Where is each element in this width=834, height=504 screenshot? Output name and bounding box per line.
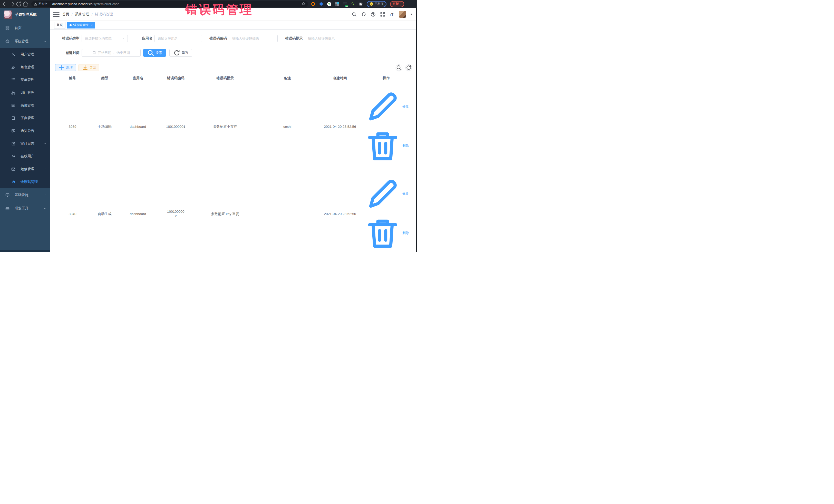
user-icon (11, 52, 15, 57)
refresh-button[interactable] (405, 64, 412, 71)
edit-link[interactable]: 修改 (364, 175, 409, 213)
sidebar-item-users[interactable]: 用户管理 (0, 48, 50, 61)
profile-paused-chip[interactable]: 已暂停 (367, 1, 387, 7)
sidebar-item-infrastructure[interactable]: 基础设施 (0, 188, 50, 202)
delete-link[interactable]: 删除 (364, 127, 409, 165)
security-label: 不安全 (39, 2, 47, 6)
reload-icon[interactable] (15, 1, 22, 7)
sidebar-item-roles[interactable]: 角色管理 (0, 61, 50, 74)
svg-text:T: T (391, 13, 393, 17)
browser-update-button[interactable]: 更新 (390, 1, 404, 7)
start-date-placeholder: 开始日期 (98, 50, 111, 55)
filter-row-1: 错误码类型 请选择错误码类型 应用名 错误码编码 错误码提示 (55, 35, 412, 42)
help-icon[interactable] (371, 12, 376, 17)
not-secure-warning-icon (34, 3, 37, 6)
tag-error-codes[interactable]: 错误码管理 × (67, 22, 95, 28)
screen: 不安全 dashboard.yudao.iocoder.cn/system/er… (0, 0, 417, 252)
chevron-down-icon (43, 194, 46, 197)
url-path: /system/error-code (93, 2, 119, 6)
end-date-placeholder: 结束日期 (116, 50, 130, 55)
sidebar-item-system[interactable]: 系统管理 (0, 35, 50, 48)
sidebar-item-online-users[interactable]: 在线用户 (0, 150, 50, 163)
home-icon[interactable] (22, 1, 29, 7)
sidebar-item-departments[interactable]: 部门管理 (0, 86, 50, 99)
filter-row-2: 创建时间 开始日期 - 结束日期 搜索 重置 (55, 49, 412, 57)
face-avatar-icon (370, 2, 373, 6)
breadcrumb-home[interactable]: 首页 (62, 12, 69, 17)
gem-extension-icon[interactable] (319, 2, 323, 6)
tags-bar: 首页 错误码管理 × (50, 21, 417, 29)
date-range-picker[interactable]: 开始日期 - 结束日期 (82, 49, 140, 57)
error-code-table: 编号 类型 应用名 错误码编码 错误码提示 备注 创建时间 操作 3939手动编 (55, 74, 412, 252)
table-header-row: 编号 类型 应用名 错误码编码 错误码提示 备注 创建时间 操作 (55, 74, 412, 83)
tree-table-icon (11, 78, 15, 82)
bookmark-star-icon[interactable] (302, 2, 305, 6)
sidebar-item-sms[interactable]: 短信管理 (0, 163, 50, 176)
edit-link[interactable]: 修改 (364, 88, 409, 126)
chevron-up-icon (43, 40, 46, 43)
github-icon[interactable] (361, 12, 366, 17)
id-badge-icon (11, 104, 15, 108)
puzzle-extension-icon[interactable] (359, 2, 363, 6)
address-bar[interactable]: 不安全 dashboard.yudao.iocoder.cn/system/er… (31, 1, 308, 7)
fullscreen-icon[interactable] (380, 12, 385, 17)
message-bubble-icon (11, 129, 15, 133)
forward-icon[interactable] (9, 1, 15, 7)
search-button[interactable]: 搜索 (143, 49, 166, 57)
sidebar-menu: 首页 系统管理 用户管理 角色管理 (0, 21, 50, 250)
hamburger-icon[interactable] (52, 10, 60, 18)
error-type-select[interactable]: 请选择错误码类型 (82, 35, 128, 42)
delete-link[interactable]: 删除 (364, 214, 409, 252)
sidebar-item-menus[interactable]: 菜单管理 (0, 73, 50, 86)
url-host: dashboard.yudao.iocoder.cn (52, 2, 93, 6)
font-size-icon[interactable]: TT (390, 12, 395, 17)
content: 错误码类型 请选择错误码类型 应用名 错误码编码 错误码提示 (50, 29, 417, 252)
sidebar-footer (0, 250, 50, 252)
breadcrumb-system[interactable]: 系统管理 (75, 12, 89, 17)
toggle-search-button[interactable] (396, 64, 402, 71)
active-dot-icon (69, 24, 72, 26)
error-code-input[interactable] (229, 35, 278, 42)
logo-image (4, 10, 12, 19)
annotation-overlay-text: 错误码管理 (185, 2, 253, 18)
reset-button[interactable]: 重置 (169, 49, 192, 57)
sidebar-item-notices[interactable]: 通知公告 (0, 125, 50, 137)
sidebar-item-audit-log[interactable]: 审计日志 (0, 137, 50, 150)
avatar[interactable] (399, 11, 406, 18)
sidebar-item-home[interactable]: 首页 (0, 21, 50, 35)
edit-document-icon (11, 141, 15, 146)
sidebar-item-posts[interactable]: 岗位管理 (0, 99, 50, 112)
breadcrumb-current: 错误码管理 (95, 12, 113, 17)
app-name-input[interactable] (154, 35, 202, 42)
export-button[interactable]: 导出 (79, 64, 99, 71)
back-icon[interactable] (2, 1, 9, 7)
key-extension-icon[interactable] (351, 2, 355, 6)
v-green-extension-icon[interactable]: v (327, 2, 331, 6)
extensions-area: v on (311, 2, 363, 6)
close-icon[interactable]: × (91, 23, 93, 27)
switch-on-extension-icon[interactable]: on (343, 2, 347, 6)
sidebar: 芋道管理系统 首页 系统管理 用户管理 (0, 8, 50, 252)
browser-menu-icon[interactable] (400, 2, 401, 6)
grid-extension-icon[interactable] (335, 2, 339, 6)
gear-icon (5, 39, 9, 43)
tag-home[interactable]: 首页 (54, 22, 65, 28)
system-submenu: 用户管理 角色管理 菜单管理 部门管理 (0, 48, 50, 188)
error-hint-input[interactable] (305, 35, 352, 42)
sidebar-item-dev-tools[interactable]: 研发工具 (0, 202, 50, 215)
sidebar-item-error-codes[interactable]: 错误码管理 (0, 176, 50, 188)
orange-ring-extension-icon[interactable] (311, 2, 315, 6)
create-time-label: 创建时间 (55, 50, 80, 55)
app-logo[interactable]: 芋道管理系统 (0, 8, 50, 21)
calendar-icon (92, 51, 96, 55)
chevron-down-icon (43, 168, 46, 171)
monitor-check-icon (5, 193, 9, 197)
table-toolbar: 新增 导出 (55, 64, 412, 71)
users-icon (11, 65, 15, 69)
sidebar-item-dictionary[interactable]: 字典管理 (0, 112, 50, 125)
error-code-label: 错误码编码 (210, 36, 227, 41)
search-icon[interactable] (352, 12, 357, 17)
caret-down-icon[interactable]: ▼ (410, 13, 413, 16)
add-button[interactable]: 新增 (55, 64, 76, 71)
signal-icon (11, 154, 15, 158)
